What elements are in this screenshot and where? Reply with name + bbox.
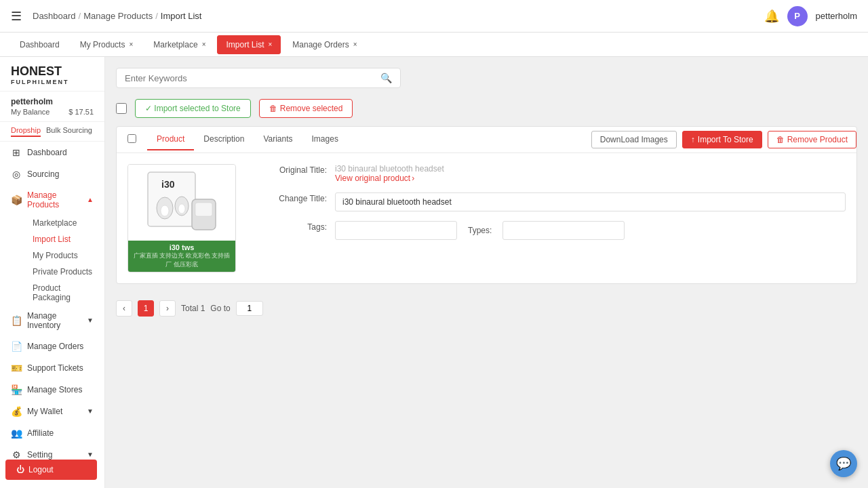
original-title-value-group: i30 binaural bluetooth headset View orig… [335, 164, 846, 183]
tags-types-row: Tags: Types: [259, 221, 846, 240]
my-wallet-icon: 💰 [11, 406, 22, 417]
sub-nav-marketplace[interactable]: Marketplace [27, 215, 104, 231]
change-title-row: Change Title: [259, 192, 846, 211]
breadcrumb-import-list: Import List [161, 11, 202, 21]
download-images-button[interactable]: DownLoad Images [591, 131, 677, 148]
inline-fields: Types: [335, 221, 846, 240]
manage-products-icon: 📦 [11, 195, 22, 205]
user-info: petterholm My Balance $ 17.51 [0, 92, 104, 122]
sidebar-logo: HONEST FULPHILMENT [0, 57, 104, 92]
sub-nav-my-products[interactable]: My Products [27, 247, 104, 264]
tab-my-products[interactable]: My Products × [71, 35, 142, 54]
sidebar-item-manage-products[interactable]: 📦 Manage Products ▲ [0, 185, 104, 215]
breadcrumb: Dashboard / Manage Products / Import Lis… [33, 11, 201, 21]
types-label: Types: [468, 226, 492, 235]
tab-marketplace[interactable]: Marketplace × [144, 35, 214, 54]
tab-my-products-close[interactable]: × [129, 41, 133, 48]
goto-input[interactable] [236, 301, 263, 316]
product-card: Product Description Variants Images Down… [116, 126, 857, 284]
menu-icon[interactable]: ☰ [11, 9, 22, 24]
sidebar-item-my-wallet[interactable]: 💰 My Wallet ▼ [0, 401, 104, 422]
change-title-input[interactable] [335, 192, 846, 211]
tab-marketplace-close[interactable]: × [202, 41, 206, 48]
next-page-button[interactable]: › [159, 300, 176, 317]
tab-bar: Dashboard My Products × Marketplace × Im… [0, 33, 868, 57]
product-image-area: i30 [127, 164, 243, 272]
sidebar-item-dashboard[interactable]: ⊞ Dashboard [0, 142, 104, 163]
breadcrumb-sep1: / [79, 11, 81, 21]
search-input[interactable] [125, 73, 380, 83]
tags-types-group: Types: [335, 221, 846, 240]
sub-nav-product-packaging[interactable]: Product Packaging [27, 280, 104, 306]
mode-dropship[interactable]: Dropship [11, 126, 41, 137]
sidebar-item-manage-inventory[interactable]: 📋 Manage Inventory ▼ [0, 306, 104, 336]
tab-product[interactable]: Product [147, 129, 194, 150]
sub-nav-import-list[interactable]: Import List [27, 231, 104, 247]
logo-text: HONEST [11, 65, 94, 79]
import-selected-button[interactable]: ✓ Import selected to Store [135, 99, 251, 118]
svg-point-3 [161, 205, 169, 216]
avatar: P [787, 6, 808, 26]
manage-orders-icon: 📄 [11, 341, 22, 352]
select-all-checkbox[interactable] [116, 103, 127, 114]
product-image-box: i30 [127, 164, 236, 272]
prev-page-button[interactable]: ‹ [116, 300, 132, 317]
change-title-value [335, 192, 846, 211]
tab-images[interactable]: Images [302, 129, 348, 150]
import-to-store-button[interactable]: ↑ Import To Store [682, 131, 762, 148]
logout-button[interactable]: ⏻ Logout [5, 460, 97, 480]
page-1-button[interactable]: 1 [138, 300, 154, 317]
original-title-label: Original Title: [259, 164, 327, 175]
chevron-down-setting-icon: ▼ [87, 451, 94, 458]
product-checkbox[interactable] [127, 134, 136, 143]
remove-product-button[interactable]: 🗑 Remove Product [768, 131, 856, 148]
username-display: petterholm [816, 11, 857, 21]
chevron-down-icon: ▼ [87, 317, 94, 324]
trash-icon: 🗑 [269, 104, 277, 113]
top-bar-left: ☰ Dashboard / Manage Products / Import L… [11, 9, 201, 24]
total-label: Total 1 [181, 304, 205, 313]
mode-tabs: Dropship Bulk Sourcing [0, 122, 104, 142]
bell-icon[interactable]: 🔔 [764, 9, 779, 24]
tab-manage-orders[interactable]: Manage Orders × [283, 35, 366, 54]
sidebar-item-support-tickets[interactable]: 🎫 Support Tickets [0, 357, 104, 379]
svg-rect-7 [195, 203, 212, 216]
mode-bulk-sourcing[interactable]: Bulk Sourcing [46, 126, 92, 137]
tab-import-list[interactable]: Import List × [217, 35, 281, 54]
chevron-up-icon: ▲ [87, 196, 94, 203]
tab-manage-orders-close[interactable]: × [353, 41, 357, 48]
breadcrumb-dashboard[interactable]: Dashboard [33, 11, 76, 21]
sidebar-item-manage-orders[interactable]: 📄 Manage Orders [0, 336, 104, 357]
tab-import-list-close[interactable]: × [268, 41, 272, 48]
original-title-row: Original Title: i30 binaural bluetooth h… [259, 164, 846, 183]
sidebar-item-affiliate[interactable]: 👥 Affiliate [0, 422, 104, 444]
sourcing-icon: ◎ [11, 169, 22, 180]
chat-bubble-button[interactable]: 💬 [830, 450, 857, 477]
sidebar-item-sourcing[interactable]: ◎ Sourcing [0, 163, 104, 185]
types-input[interactable] [502, 221, 625, 240]
sidebar-username: petterholm [11, 97, 94, 106]
product-image-sub: i30 tws 广家直插 支持边充 欧克彩色 支持插厂 低压彩底 [128, 241, 235, 272]
view-original-product-link[interactable]: View original product › [335, 174, 846, 183]
manage-inventory-icon: 📋 [11, 315, 22, 326]
balance-label: My Balance [11, 108, 50, 116]
main-layout: HONEST FULPHILMENT petterholm My Balance… [0, 57, 868, 488]
search-bar: 🔍 [116, 68, 401, 88]
sub-nav-private-products[interactable]: Private Products [27, 264, 104, 280]
tab-variants[interactable]: Variants [254, 129, 302, 150]
product-details: Original Title: i30 binaural bluetooth h… [259, 164, 846, 272]
svg-point-5 [178, 204, 185, 214]
tags-input[interactable] [335, 221, 457, 240]
upload-icon: ↑ [691, 135, 695, 144]
balance-value: $ 17.51 [68, 108, 94, 116]
manage-stores-icon: 🏪 [11, 384, 22, 395]
breadcrumb-manage-products[interactable]: Manage Products [83, 11, 153, 21]
remove-selected-button[interactable]: 🗑 Remove selected [259, 99, 353, 118]
dashboard-icon: ⊞ [11, 147, 22, 158]
tab-description[interactable]: Description [194, 129, 254, 150]
search-icon: 🔍 [380, 73, 392, 83]
logo-sub: FULPHILMENT [11, 79, 94, 85]
tab-dashboard[interactable]: Dashboard [11, 35, 68, 54]
sidebar-item-manage-stores[interactable]: 🏪 Manage Stores [0, 379, 104, 401]
goto-label: Go to [210, 304, 230, 313]
